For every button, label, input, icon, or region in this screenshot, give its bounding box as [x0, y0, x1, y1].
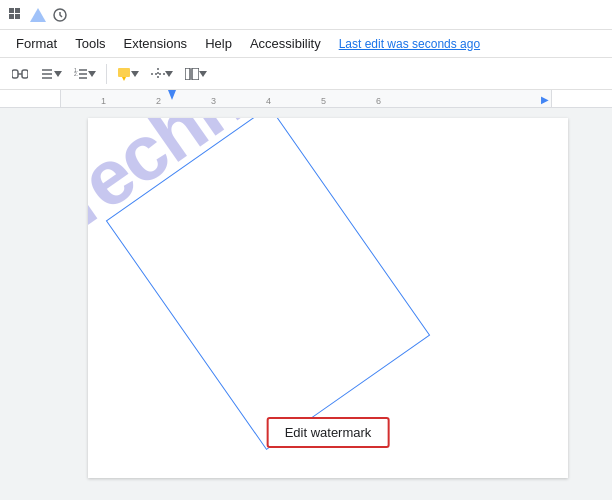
svg-marker-24: [165, 71, 173, 77]
menu-extensions[interactable]: Extensions: [116, 33, 196, 54]
svg-marker-12: [54, 71, 62, 77]
highlight-dropdown[interactable]: [113, 65, 143, 83]
bullet-list-dropdown[interactable]: [36, 66, 66, 82]
page-container: Technipag Edit watermark: [60, 108, 596, 500]
ruler-arrow: ▶: [541, 93, 549, 104]
document-page: Technipag Edit watermark: [88, 118, 568, 478]
toolbar-sep-1: [106, 64, 107, 84]
svg-text:2.: 2.: [74, 71, 78, 77]
svg-rect-7: [22, 70, 28, 78]
menu-accessibility[interactable]: Accessibility: [242, 33, 329, 54]
svg-rect-1: [15, 8, 20, 13]
grid-icon[interactable]: [8, 7, 24, 23]
title-bar: [0, 0, 612, 30]
svg-rect-2: [9, 14, 14, 19]
svg-rect-26: [192, 68, 199, 80]
right-panel: [596, 108, 612, 500]
svg-marker-21: [131, 71, 139, 77]
doc-area: Technipag Edit watermark: [0, 108, 612, 500]
last-edit-status[interactable]: Last edit was seconds ago: [339, 37, 480, 51]
ruler: 1 2 3 4 5 6 ▶: [0, 90, 612, 108]
history-icon[interactable]: [52, 7, 68, 23]
menu-tools[interactable]: Tools: [67, 33, 113, 54]
menu-format[interactable]: Format: [8, 33, 65, 54]
svg-marker-18: [88, 71, 96, 77]
svg-marker-27: [199, 71, 207, 77]
border-dropdown[interactable]: [147, 66, 177, 82]
title-bar-icons: [8, 7, 68, 23]
toolbar: 1. 2.: [0, 58, 612, 90]
svg-rect-0: [9, 8, 14, 13]
ruler-inner: 1 2 3 4 5 6 ▶: [60, 90, 552, 107]
svg-marker-4: [30, 8, 46, 22]
columns-dropdown[interactable]: [181, 66, 211, 82]
svg-rect-19: [118, 68, 130, 77]
svg-rect-3: [15, 14, 20, 19]
left-panel: [0, 108, 60, 500]
ruler-marker[interactable]: [168, 90, 176, 100]
edit-watermark-button[interactable]: Edit watermark: [267, 417, 390, 448]
number-list-dropdown[interactable]: 1. 2.: [70, 66, 100, 82]
menu-help[interactable]: Help: [197, 33, 240, 54]
drive-icon[interactable]: [30, 7, 46, 23]
svg-rect-6: [12, 70, 18, 78]
menu-bar: Format Tools Extensions Help Accessibili…: [0, 30, 612, 58]
svg-marker-20: [122, 77, 126, 81]
link-toolbar-btn[interactable]: [8, 62, 32, 86]
svg-rect-25: [185, 68, 190, 80]
